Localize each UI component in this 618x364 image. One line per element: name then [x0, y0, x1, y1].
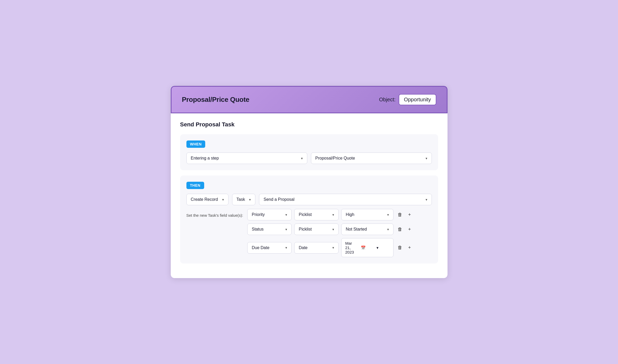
stage-dropdown[interactable]: Proposal/Price Quote ▾	[311, 152, 432, 164]
status-value-label: Not Started	[346, 227, 367, 232]
duedate-field-chevron-icon: ▾	[285, 246, 287, 250]
priority-type-label: Picklist	[299, 212, 312, 217]
duedate-type-label: Date	[299, 245, 308, 250]
duedate-type-chevron-icon: ▾	[332, 246, 334, 250]
then-badge: THEN	[186, 182, 204, 189]
duedate-field-label: Due Date	[252, 245, 269, 250]
record-type-chevron-icon: ▾	[249, 198, 251, 202]
status-type-dropdown[interactable]: Picklist ▾	[294, 224, 339, 235]
name-dropdown[interactable]: Send a Proposal ▾	[259, 194, 432, 205]
priority-value-chevron-icon: ▾	[387, 213, 389, 217]
object-value: Opportunity	[399, 94, 436, 105]
record-type-dropdown[interactable]: Task ▾	[232, 194, 256, 205]
duedate-chevron-icon: ▾	[376, 245, 390, 250]
when-row: Entering a step ▾ Proposal/Price Quote ▾	[186, 152, 432, 164]
duedate-type-dropdown[interactable]: Date ▾	[294, 242, 339, 254]
priority-field-label: Priority	[252, 212, 265, 217]
status-type-chevron-icon: ▾	[332, 227, 334, 231]
priority-value-dropdown[interactable]: High ▾	[341, 209, 393, 220]
field-rows: Priority ▾ Picklist ▾ High ▾ 🗑	[247, 209, 432, 257]
status-field-dropdown[interactable]: Status ▾	[247, 224, 292, 235]
calendar-icon: 📅	[361, 245, 374, 250]
name-chevron-icon: ▾	[426, 198, 427, 202]
duedate-value-field[interactable]: Mar 21, 2023 📅 ▾	[341, 238, 393, 257]
field-section-label: Set the new Task's field value(s):	[186, 209, 243, 219]
duedate-field-dropdown[interactable]: Due Date ▾	[247, 242, 292, 254]
priority-delete-button[interactable]: 🗑	[396, 211, 404, 219]
priority-value-label: High	[346, 212, 354, 217]
header-right: Object: Opportunity	[379, 94, 436, 105]
table-row: Status ▾ Picklist ▾ Not Started ▾	[247, 224, 432, 235]
table-row: Priority ▾ Picklist ▾ High ▾ 🗑	[247, 209, 432, 220]
status-type-label: Picklist	[299, 227, 312, 232]
trigger-chevron-icon: ▾	[301, 156, 303, 160]
action-row: Create Record ▾ Task ▾ Send a Proposal ▾	[186, 194, 432, 205]
record-type-label: Task	[237, 197, 245, 202]
body: Send Proposal Task WHEN Entering a step …	[171, 113, 448, 278]
status-delete-button[interactable]: 🗑	[396, 226, 404, 233]
priority-field-dropdown[interactable]: Priority ▾	[247, 209, 292, 220]
priority-type-chevron-icon: ▾	[332, 213, 334, 217]
duedate-delete-button[interactable]: 🗑	[396, 244, 404, 251]
status-field-chevron-icon: ▾	[285, 227, 287, 231]
field-section: Set the new Task's field value(s): Prior…	[186, 209, 432, 257]
priority-type-dropdown[interactable]: Picklist ▾	[294, 209, 339, 220]
section-title: Send Proposal Task	[180, 121, 438, 128]
stage-label: Proposal/Price Quote	[315, 156, 355, 161]
priority-add-button[interactable]: +	[407, 211, 413, 219]
status-value-dropdown[interactable]: Not Started ▾	[341, 224, 393, 235]
stage-chevron-icon: ▾	[426, 156, 427, 160]
object-label: Object:	[379, 97, 396, 103]
then-grid: Create Record ▾ Task ▾ Send a Proposal ▾…	[186, 194, 432, 257]
status-value-chevron-icon: ▾	[387, 227, 389, 231]
page-title: Proposal/Price Quote	[182, 96, 249, 104]
header: Proposal/Price Quote Object: Opportunity	[171, 86, 448, 113]
priority-field-chevron-icon: ▾	[285, 213, 287, 217]
main-container: Proposal/Price Quote Object: Opportunity…	[171, 86, 448, 278]
table-row: Due Date ▾ Date ▾ Mar 21, 2023 📅 ▾	[247, 238, 432, 257]
action-chevron-icon: ▾	[222, 198, 224, 202]
status-field-label: Status	[252, 227, 263, 232]
duedate-value-label: Mar 21, 2023	[345, 241, 358, 254]
action-dropdown[interactable]: Create Record ▾	[186, 194, 228, 205]
when-card: WHEN Entering a step ▾ Proposal/Price Qu…	[180, 134, 438, 170]
status-add-button[interactable]: +	[407, 226, 413, 233]
name-label: Send a Proposal	[263, 197, 294, 202]
duedate-add-button[interactable]: +	[407, 244, 413, 251]
then-card: THEN Create Record ▾ Task ▾ Send a Propo…	[180, 175, 438, 263]
trigger-label: Entering a step	[191, 156, 219, 161]
trigger-dropdown[interactable]: Entering a step ▾	[186, 152, 307, 164]
action-label: Create Record	[191, 197, 218, 202]
when-badge: WHEN	[186, 140, 205, 148]
